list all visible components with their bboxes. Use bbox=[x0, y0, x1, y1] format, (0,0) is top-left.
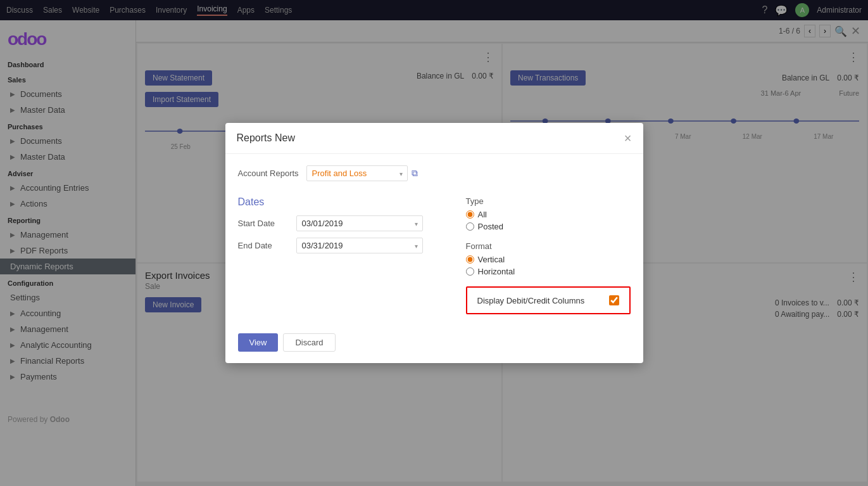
debit-credit-checkbox-section: Display Debit/Credit Columns bbox=[466, 286, 631, 314]
debit-credit-checkbox[interactable] bbox=[609, 295, 619, 305]
options-col: Type All Posted Format bbox=[466, 196, 631, 314]
format-horizontal-label: Horizontal bbox=[478, 267, 515, 276]
modal-overlay[interactable]: Reports New × Account Reports Profit and… bbox=[0, 0, 868, 486]
reports-new-modal: Reports New × Account Reports Profit and… bbox=[225, 123, 643, 363]
format-horizontal-row: Horizontal bbox=[466, 267, 631, 276]
format-vertical-row: Vertical bbox=[466, 255, 631, 264]
account-reports-label: Account Reports bbox=[238, 169, 299, 178]
dates-col: Dates Start Date 03/01/2019 End Date bbox=[238, 196, 453, 314]
view-button[interactable]: View bbox=[238, 333, 279, 352]
discard-button[interactable]: Discard bbox=[283, 333, 335, 352]
type-label: Type bbox=[466, 196, 631, 206]
report-select[interactable]: Profit and Loss Balance Sheet bbox=[306, 165, 408, 181]
report-select-container: Profit and Loss Balance Sheet bbox=[306, 165, 408, 181]
debit-credit-label: Display Debit/Credit Columns bbox=[477, 296, 599, 305]
type-all-radio[interactable] bbox=[466, 210, 474, 219]
end-date-row: End Date 03/31/2019 bbox=[238, 238, 453, 253]
start-date-select[interactable]: 03/01/2019 bbox=[296, 215, 423, 231]
format-horizontal-radio[interactable] bbox=[466, 267, 474, 276]
format-vertical-label: Vertical bbox=[478, 255, 505, 264]
modal-title: Reports New bbox=[237, 132, 295, 144]
type-posted-label: Posted bbox=[478, 222, 503, 231]
start-date-container: 03/01/2019 bbox=[296, 215, 423, 231]
dates-title: Dates bbox=[238, 196, 453, 208]
type-posted-row: Posted bbox=[466, 222, 631, 231]
end-date-select[interactable]: 03/31/2019 bbox=[296, 238, 423, 253]
type-all-row: All bbox=[466, 210, 631, 219]
report-select-wrapper: Profit and Loss Balance Sheet ⧉ bbox=[306, 165, 418, 181]
format-vertical-radio[interactable] bbox=[466, 255, 474, 264]
start-date-row: Start Date 03/01/2019 bbox=[238, 215, 453, 231]
type-group: Type All Posted bbox=[466, 196, 631, 231]
modal-header: Reports New × bbox=[225, 123, 643, 154]
type-posted-radio[interactable] bbox=[466, 222, 474, 231]
external-link-icon[interactable]: ⧉ bbox=[412, 168, 418, 179]
end-date-container: 03/31/2019 bbox=[296, 238, 423, 253]
format-group: Format Vertical Horizontal bbox=[466, 241, 631, 276]
modal-close-button[interactable]: × bbox=[624, 132, 632, 144]
type-all-label: All bbox=[478, 210, 487, 219]
modal-two-col: Dates Start Date 03/01/2019 End Date bbox=[238, 196, 631, 314]
modal-footer: View Discard bbox=[225, 326, 643, 363]
account-reports-row: Account Reports Profit and Loss Balance … bbox=[238, 165, 631, 181]
format-label: Format bbox=[466, 241, 631, 251]
modal-body: Account Reports Profit and Loss Balance … bbox=[225, 154, 643, 326]
end-date-label: End Date bbox=[238, 241, 289, 250]
start-date-label: Start Date bbox=[238, 219, 289, 228]
